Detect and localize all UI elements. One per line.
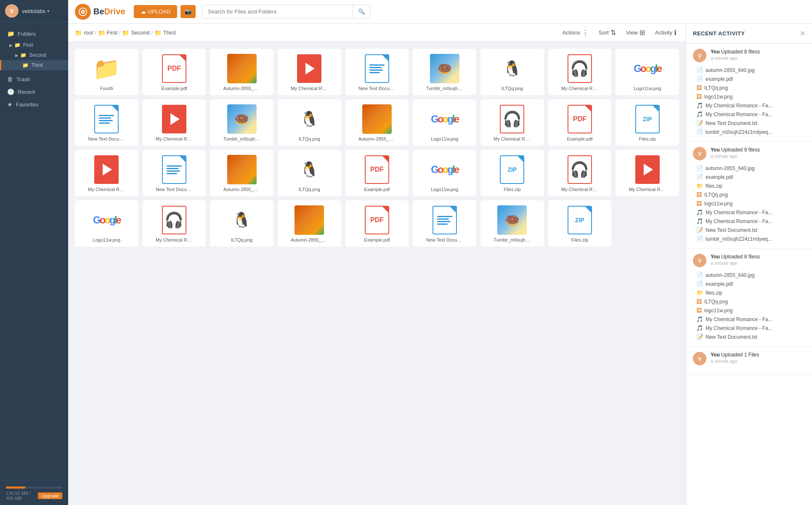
activity-file-name: tumblr_m0sujhZ24z1rrdywq...	[706, 236, 772, 242]
file-item[interactable]: 🎧 My Chemical Ro...	[548, 49, 612, 95]
activity-file: 📄 tumblr_m0sujhZ24z1rrdywq...	[696, 234, 805, 243]
file-thumb	[159, 104, 189, 134]
pdf-icon: 📄	[696, 67, 703, 73]
breadcrumb-root[interactable]: 📁 root	[75, 29, 93, 36]
file-item[interactable]: New Text Docum...	[345, 49, 409, 95]
activity-close-button[interactable]: ✕	[800, 29, 805, 37]
file-item[interactable]: New Text Docum...	[75, 99, 138, 146]
file-item[interactable]: Google Logo11w.png	[413, 150, 476, 196]
sort-icon: ⇅	[610, 29, 616, 37]
file-item[interactable]: 🐧 ILTQq.png	[278, 150, 341, 196]
activity-file-name: New Text Document.txt	[706, 227, 757, 233]
file-name: Autumn-2855_64...	[223, 86, 260, 91]
file-item[interactable]: Autumn-2855_64...	[210, 150, 273, 196]
breadcrumb-sep-1: /	[95, 30, 96, 36]
sidebar-item-first[interactable]: ▶ 📁 First	[0, 40, 68, 50]
actions-button[interactable]: Actions ⋮	[560, 27, 591, 38]
view-button[interactable]: View ⊞	[624, 27, 647, 38]
file-item[interactable]: 📁 Fourth	[75, 49, 138, 95]
file-item[interactable]: New Text Docum...	[413, 200, 476, 247]
search-input[interactable]	[203, 5, 353, 18]
file-item[interactable]: Autumn-2855_64...	[345, 99, 409, 146]
file-item[interactable]: Google Logo11w.png	[413, 99, 476, 146]
breadcrumb-first[interactable]: 📁 First	[98, 29, 117, 36]
file-item[interactable]: 🎧 My Chemical Ro...	[548, 150, 612, 196]
file-item[interactable]: My Chemical Ro...	[278, 49, 341, 95]
file-item[interactable]: Google Logo11w.png	[616, 49, 679, 95]
star-icon: ★	[7, 101, 13, 108]
file-name: Tumblr_m0sujhZ...	[426, 86, 463, 91]
activity-file: 📄 example.pdf	[696, 279, 805, 288]
sidebar: V vebtolabs ▾ 📁 Folders ▶ 📁 First ▶ 📁 Se…	[0, 0, 68, 505]
file-item[interactable]: PDF Example.pdf	[143, 49, 206, 95]
sidebar-favorites-label: Favorites	[16, 101, 38, 108]
camera-button[interactable]: 📷	[180, 5, 196, 18]
file-item[interactable]: New Text Docum...	[143, 150, 206, 196]
trash-icon: 🗑	[7, 76, 13, 82]
file-item[interactable]: PDF Example.pdf	[548, 99, 612, 146]
file-item[interactable]: 🐧 ILTQq.png	[278, 99, 341, 146]
upload-button[interactable]: ☁ UPLOAD	[134, 5, 177, 18]
sidebar-item-recent[interactable]: 🕐 Recent	[0, 85, 68, 98]
activity-file-name: files.zip	[706, 290, 722, 296]
file-item[interactable]: 🍩 Tumblr_m0sujhZ...	[210, 99, 273, 146]
activity-file: 📁 files.zip	[696, 288, 805, 297]
breadcrumb-third[interactable]: 📁 Third	[154, 29, 176, 36]
sidebar-item-folders[interactable]: 📁 Folders	[0, 27, 68, 40]
file-item[interactable]: 🎧 My Chemical Ro...	[480, 99, 544, 146]
audio-icon: 🎵	[696, 102, 703, 109]
activity-file-name: My Chemical Romance - Fa...	[706, 316, 772, 322]
activity-meta: You Uploaded 8 filess a minute ago	[711, 254, 805, 266]
file-thumb: PDF	[362, 155, 392, 184]
file-name: Tumblr_m0sujhZ...	[494, 237, 531, 242]
folder-icon: 📁	[7, 30, 14, 37]
file-thumb: 🍩	[430, 54, 459, 83]
sort-button[interactable]: Sort ⇅	[596, 27, 618, 38]
file-manager: 📁 root / 📁 First / 📁 Second /	[68, 24, 686, 505]
activity-action: You Uploaded 9 filess	[711, 147, 805, 153]
sidebar-item-favorites[interactable]: ★ Favorites	[0, 98, 68, 111]
audio-icon: 🎵	[696, 325, 703, 331]
file-thumb: Google	[430, 104, 459, 134]
file-item[interactable]: ZIP Files.zip	[548, 200, 612, 247]
file-name: New Text Docum...	[426, 237, 463, 242]
file-item[interactable]: 🐧 ILTQq.png	[210, 200, 273, 247]
file-item[interactable]: 🍩 Tumblr_m0sujhZ...	[413, 49, 476, 95]
file-item[interactable]: 🐧 ILTQq.png	[480, 49, 544, 95]
file-item[interactable]: My Chemical Ro...	[75, 150, 138, 196]
file-item[interactable]: PDF Example.pdf	[345, 150, 409, 196]
activity-button[interactable]: Activity ℹ	[653, 27, 679, 38]
expand-icon-second: ▶	[15, 53, 19, 58]
pdf-icon: 📄	[696, 129, 703, 135]
sidebar-item-third[interactable]: 📁 Third	[0, 60, 68, 70]
file-thumb: 🐧	[227, 205, 257, 235]
upgrade-button[interactable]: Upgrade	[38, 492, 62, 499]
file-item[interactable]: Autumn-2855_64...	[278, 200, 341, 247]
file-item[interactable]: ZIP Files.zip	[616, 99, 679, 146]
file-name: Files.zip	[561, 237, 598, 242]
activity-group-header: V You Uploaded 8 filess a minute ago	[693, 254, 805, 267]
file-name: Autumn-2855_64...	[358, 136, 395, 141]
file-item[interactable]: My Chemical Ro...	[143, 99, 206, 146]
activity-file-name: My Chemical Romance - Fa...	[706, 103, 772, 109]
sidebar-item-trash[interactable]: 🗑 Trash	[0, 73, 68, 85]
user-dropdown-icon[interactable]: ▾	[47, 8, 50, 14]
folder-icon-bc4: 📁	[154, 29, 162, 36]
file-item[interactable]: PDF Example.pdf	[345, 200, 409, 247]
file-name: Logo11w.png	[629, 86, 666, 91]
breadcrumb-second[interactable]: 📁 Second	[122, 29, 149, 36]
sidebar-item-second[interactable]: ▶ 📁 Second	[0, 50, 68, 60]
folder-icon-second: 📁	[20, 52, 27, 58]
activity-file-name: autumn-2855_640.jpg	[706, 272, 755, 278]
search-button[interactable]: 🔍	[353, 5, 370, 18]
file-item[interactable]: Google Logo11w.png	[75, 200, 138, 247]
file-item[interactable]: My Chemical Ro...	[616, 150, 679, 196]
file-thumb: Google	[430, 155, 459, 184]
activity-files: 📄 autumn-2855_640.jpg 📄 example.pdf 📁 fi…	[693, 164, 805, 243]
file-item[interactable]: Autumn-2855_64...	[210, 49, 273, 95]
activity-files: 📄 autumn-2855_640.jpg 📄 example.pdf 📁 fi…	[693, 271, 805, 341]
file-item[interactable]: 🍩 Tumblr_m0sujhZ...	[480, 200, 544, 247]
file-item[interactable]: ZIP Files.zip	[480, 150, 544, 196]
file-item[interactable]: 🎧 My Chemical Ro...	[143, 200, 206, 247]
file-grid: 📁 Fourth PDF Example.pdf Autumn-2855_64.…	[75, 49, 679, 247]
